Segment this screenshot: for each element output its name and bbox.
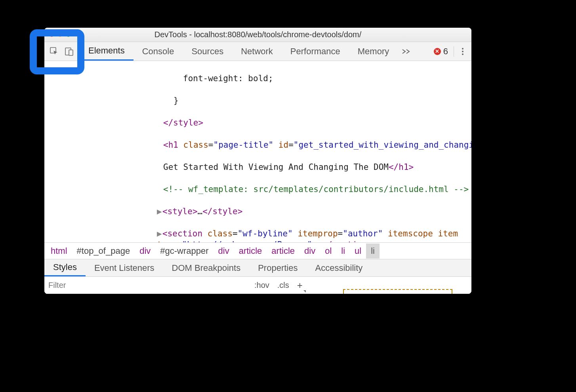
tab-memory[interactable]: Memory: [349, 42, 398, 61]
subtab-event-listeners[interactable]: Event Listeners: [86, 259, 163, 276]
styles-filter-input[interactable]: [44, 277, 250, 294]
dom-line[interactable]: }: [44, 95, 471, 106]
tab-sources[interactable]: Sources: [183, 42, 232, 61]
devtools-window: DevTools - localhost:8080/web/tools/chro…: [44, 28, 471, 294]
dom-line[interactable]: <h1 class="page-title" id="get_started_w…: [44, 139, 471, 150]
tab-console[interactable]: Console: [134, 42, 183, 61]
error-count: 6: [443, 46, 448, 57]
cls-button[interactable]: .cls: [277, 281, 289, 290]
subtab-dom-breakpoints[interactable]: DOM Breakpoints: [163, 259, 250, 276]
tab-elements[interactable]: Elements: [80, 42, 134, 61]
styles-subtabs: Styles Event Listeners DOM Breakpoints P…: [44, 259, 471, 276]
crumb-li[interactable]: li: [336, 244, 350, 259]
styles-filter-bar: :hov .cls +: [44, 276, 471, 294]
crumb-html[interactable]: html: [46, 244, 72, 259]
window-title: DevTools - localhost:8080/web/tools/chro…: [154, 30, 361, 39]
main-toolbar: Elements Console Sources Network Perform…: [44, 42, 471, 61]
traffic-lights[interactable]: [49, 32, 71, 37]
crumb-div[interactable]: div: [135, 244, 155, 259]
zoom-window-icon[interactable]: [66, 32, 71, 37]
dom-line[interactable]: </style>: [44, 117, 471, 128]
crumb-ul[interactable]: ul: [350, 244, 366, 259]
dom-line[interactable]: ▶<style>…</style>: [44, 206, 471, 217]
error-icon: ✕: [434, 48, 441, 55]
crumb-div[interactable]: div: [299, 244, 320, 259]
kebab-menu-icon[interactable]: [460, 48, 466, 55]
panel-tabs: Elements Console Sources Network Perform…: [80, 42, 434, 61]
new-style-rule-icon[interactable]: +: [297, 280, 303, 291]
dom-line[interactable]: font-weight: bold;: [44, 73, 471, 84]
crumb-div[interactable]: div: [214, 244, 234, 259]
subtab-accessibility[interactable]: Accessibility: [306, 259, 371, 276]
dom-breadcrumb[interactable]: html #top_of_page div #gc-wrapper div ar…: [44, 242, 471, 259]
minimize-window-icon[interactable]: [57, 32, 63, 37]
tab-network[interactable]: Network: [232, 42, 282, 61]
crumb-gc-wrapper[interactable]: #gc-wrapper: [155, 244, 213, 259]
box-model-preview: [343, 289, 452, 294]
dom-line[interactable]: Get Started With Viewing And Changing Th…: [44, 162, 471, 173]
crumb-ol[interactable]: ol: [320, 244, 336, 259]
dom-tree[interactable]: font-weight: bold; } </style> <h1 class=…: [44, 61, 471, 242]
window-titlebar: DevTools - localhost:8080/web/tools/chro…: [44, 28, 471, 42]
hov-button[interactable]: :hov: [254, 281, 269, 290]
tab-performance[interactable]: Performance: [282, 42, 349, 61]
crumb-article[interactable]: article: [234, 244, 267, 259]
subtab-properties[interactable]: Properties: [249, 259, 306, 276]
crumb-top-of-page[interactable]: #top_of_page: [72, 244, 135, 259]
error-count-badge[interactable]: ✕ 6: [434, 46, 448, 57]
close-window-icon[interactable]: [49, 32, 54, 37]
dom-line[interactable]: <!-- wf_template: src/templates/contribu…: [44, 184, 471, 195]
separator: [454, 46, 454, 57]
crumb-article[interactable]: article: [267, 244, 299, 259]
svg-rect-2: [69, 50, 73, 55]
crumb-li-selected[interactable]: li: [366, 244, 380, 259]
dom-line[interactable]: ▶<section class="wf-byline" itemprop="au…: [44, 228, 471, 242]
tabs-overflow-icon[interactable]: [398, 42, 414, 61]
device-toolbar-icon[interactable]: [64, 46, 74, 57]
subtab-styles[interactable]: Styles: [44, 259, 86, 276]
inspect-element-icon[interactable]: [49, 46, 59, 57]
